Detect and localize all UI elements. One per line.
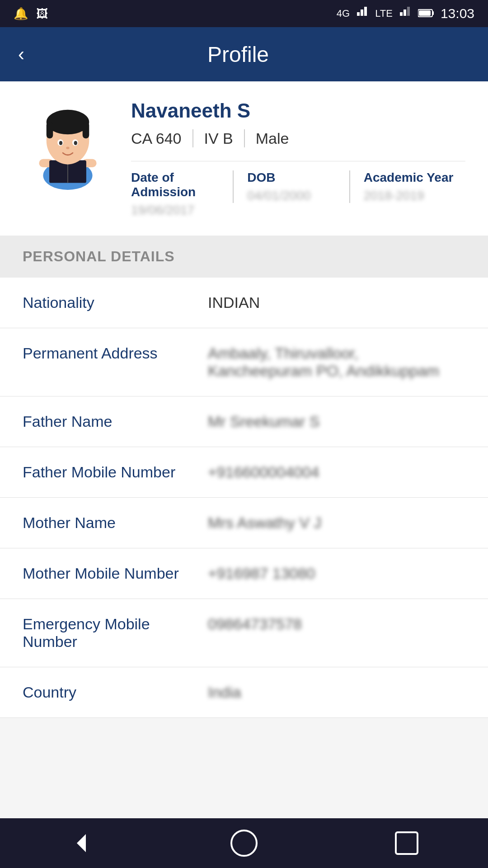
status-left-icons: 🔔 🖼 bbox=[14, 7, 48, 21]
dob-label: DOB bbox=[247, 170, 275, 185]
svg-rect-8 bbox=[419, 10, 431, 16]
svg-marker-0 bbox=[357, 12, 360, 16]
signal-icon bbox=[356, 6, 369, 22]
dob-value: 04/01/2000 bbox=[247, 189, 310, 203]
roll-number: CA 640 bbox=[131, 130, 182, 147]
svg-marker-24 bbox=[77, 834, 86, 852]
bottom-nav bbox=[0, 818, 488, 868]
address-value: Ambaaly, Thiruvalloor, Kancheepuram PO, … bbox=[208, 344, 465, 380]
svg-rect-18 bbox=[83, 122, 89, 138]
emergency-mobile-row: Emergency Mobile Number 09864737578 bbox=[0, 599, 488, 667]
clock: 13:03 bbox=[441, 6, 474, 21]
father-mobile-value: +916600004004 bbox=[208, 463, 465, 481]
emergency-mobile-value: 09864737578 bbox=[208, 615, 465, 633]
avatar bbox=[23, 99, 113, 190]
app-header: ‹ Profile bbox=[0, 27, 488, 81]
svg-point-21 bbox=[59, 141, 62, 145]
notification-icon: 🔔 bbox=[14, 7, 28, 21]
nationality-row: Nationality INDIAN bbox=[0, 278, 488, 328]
recent-nav-button[interactable] bbox=[389, 825, 425, 861]
profile-card: Navaneeth S CA 640 IV B Male Date of Adm… bbox=[0, 81, 488, 236]
mother-name-row: Mother Name Mrs Aswathy V J bbox=[0, 498, 488, 548]
details-list: Nationality INDIAN Permanent Address Amb… bbox=[0, 278, 488, 718]
image-icon: 🖼 bbox=[36, 7, 48, 21]
svg-point-23 bbox=[66, 147, 69, 149]
father-mobile-label: Father Mobile Number bbox=[23, 463, 194, 481]
class-section: IV B bbox=[204, 130, 233, 147]
svg-point-22 bbox=[74, 141, 77, 145]
meta-divider-1 bbox=[192, 129, 193, 147]
mother-name-value: Mrs Aswathy V J bbox=[208, 514, 465, 532]
battery-icon bbox=[418, 6, 434, 21]
nationality-value: INDIAN bbox=[208, 294, 465, 311]
academic-year-label: Academic Year bbox=[364, 170, 454, 185]
mother-mobile-value: +916987 13080 bbox=[208, 565, 465, 582]
country-row: Country India bbox=[0, 667, 488, 718]
svg-marker-1 bbox=[361, 9, 363, 16]
address-row: Permanent Address Ambaaly, Thiruvalloor,… bbox=[0, 328, 488, 396]
academic-year-value: 2018-2019 bbox=[364, 189, 424, 203]
status-bar: 🔔 🖼 4G LTE 13:03 bbox=[0, 0, 488, 27]
country-value: India bbox=[208, 684, 465, 701]
gender: Male bbox=[256, 130, 289, 147]
admission-value: 19/06/2017 bbox=[131, 203, 194, 217]
address-label: Permanent Address bbox=[23, 344, 194, 362]
mother-mobile-label: Mother Mobile Number bbox=[23, 565, 194, 582]
father-name-row: Father Name Mr Sreekumar S bbox=[0, 396, 488, 447]
nationality-label: Nationality bbox=[23, 294, 194, 311]
back-nav-button[interactable] bbox=[63, 825, 99, 861]
profile-meta: CA 640 IV B Male bbox=[131, 129, 465, 147]
country-label: Country bbox=[23, 684, 194, 701]
back-button[interactable]: ‹ bbox=[18, 43, 24, 65]
svg-marker-4 bbox=[404, 9, 406, 16]
emergency-mobile-label: Emergency Mobile Number bbox=[23, 615, 194, 651]
father-mobile-row: Father Mobile Number +916600004004 bbox=[0, 447, 488, 498]
lte-icon: LTE bbox=[375, 8, 393, 19]
student-name: Navaneeth S bbox=[131, 99, 465, 122]
date-of-admission: Date of Admission 19/06/2017 bbox=[131, 170, 233, 217]
home-nav-button[interactable] bbox=[226, 825, 262, 861]
status-right-icons: 4G LTE 13:03 bbox=[337, 6, 474, 22]
personal-details-header: PERSONAL DETAILS bbox=[0, 236, 488, 278]
mother-mobile-row: Mother Mobile Number +916987 13080 bbox=[0, 548, 488, 599]
father-name-value: Mr Sreekumar S bbox=[208, 413, 465, 430]
svg-rect-7 bbox=[432, 11, 434, 15]
father-name-label: Father Name bbox=[23, 413, 194, 430]
svg-marker-3 bbox=[400, 12, 403, 16]
profile-dates: Date of Admission 19/06/2017 DOB 04/01/2… bbox=[131, 161, 465, 217]
profile-info: Navaneeth S CA 640 IV B Male Date of Adm… bbox=[131, 99, 465, 217]
svg-marker-5 bbox=[407, 7, 410, 16]
page-title: Profile bbox=[38, 42, 438, 67]
network-4g-icon: 4G bbox=[337, 8, 350, 19]
dob: DOB 04/01/2000 bbox=[233, 170, 349, 203]
svg-rect-17 bbox=[47, 122, 53, 138]
academic-year: Academic Year 2018-2019 bbox=[349, 170, 465, 203]
home-circle-icon bbox=[230, 830, 258, 857]
svg-marker-2 bbox=[364, 7, 367, 16]
admission-label: Date of Admission bbox=[131, 170, 233, 199]
mother-name-label: Mother Name bbox=[23, 514, 194, 532]
meta-divider-2 bbox=[244, 129, 245, 147]
signal2-icon bbox=[399, 6, 412, 22]
recent-square-icon bbox=[395, 831, 418, 855]
